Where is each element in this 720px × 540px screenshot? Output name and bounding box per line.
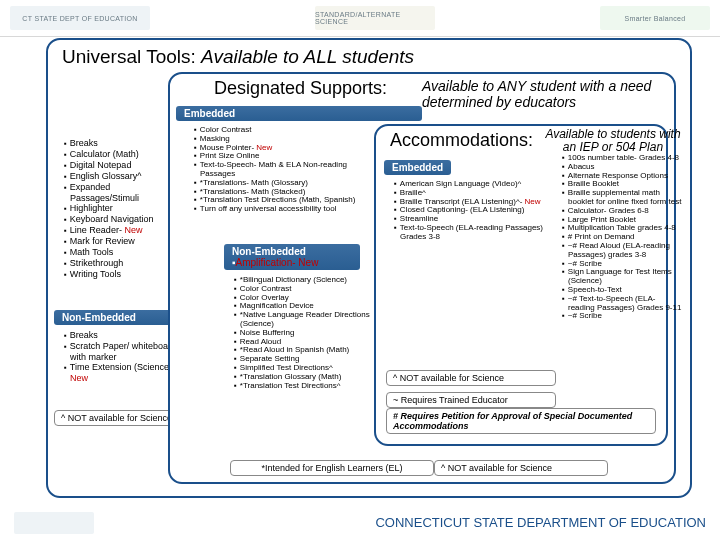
list-item: Keyboard Navigation: [64, 214, 176, 225]
accom-embedded-list: American Sign Language (Video)^Braille^B…: [384, 178, 546, 244]
list-item: ~# Scribe: [562, 312, 682, 321]
list-item: Calculator (Math): [64, 149, 176, 160]
list-item: Breaks: [64, 138, 176, 149]
list-item: English Glossary^: [64, 171, 176, 182]
list-item: ~# Text-to-Speech (ELA-reading Passages)…: [562, 295, 682, 313]
list-item: Breaks: [64, 330, 176, 341]
list-item: Text-to-Speech (ELA-reading Passages) Gr…: [394, 224, 546, 242]
list-item: Digital Notepad: [64, 160, 176, 171]
accom-title-em: Available to students with an IEP or 504…: [544, 128, 682, 153]
accom-embedded-header: Embedded: [384, 160, 451, 175]
designated-embedded-header: Embedded: [176, 106, 422, 121]
box-designated-supports: Designated Supports: Available to ANY st…: [168, 72, 676, 484]
designated-nonembedded-header: Non-Embedded ▪Amplification- New: [224, 244, 360, 270]
list-item: *Native Language Reader Directions (Scie…: [234, 311, 370, 329]
universal-embedded-list: BreaksCalculator (Math)Digital NotepadEn…: [54, 136, 176, 282]
list-item: Strikethrough: [64, 258, 176, 269]
accom-footnote-petition: # Requires Petition for Approval of Spec…: [386, 408, 656, 434]
accom-right-list: 100s number table- Grades 4-8AbacusAlter…: [552, 152, 682, 323]
list-item: Sign Language for Test Items (Science): [562, 268, 682, 286]
list-item: Line Reader- New: [64, 225, 176, 236]
list-item: Expanded Passages/Stimuli: [64, 182, 176, 203]
box-universal-tools: Universal Tools: Available to ALL studen…: [46, 38, 692, 498]
designated-title: Designated Supports:: [214, 78, 387, 99]
list-item: Mark for Review: [64, 236, 176, 247]
footer-org: CONNECTICUT STATE DEPARTMENT OF EDUCATIO…: [375, 516, 706, 530]
box-accommodations: Accommodations: Available to students wi…: [374, 124, 668, 446]
list-item: Text-to-Speech- Math & ELA Non-reading P…: [194, 161, 358, 179]
logo-strip: CT STATE DEPT OF EDUCATION STANDARD/ALTE…: [0, 0, 720, 37]
list-item: Braille supplemental math booklet for on…: [562, 189, 682, 207]
designated-footnote-el: *Intended for English Learners (EL): [230, 460, 434, 476]
designated-footnote-science: ^ NOT available for Science: [434, 460, 608, 476]
designated-embedded-list: Color ContrastMaskingMouse Pointer- NewP…: [184, 124, 358, 216]
list-item: ~# Read Aloud (ELA-reading Passages) gra…: [562, 242, 682, 260]
logo-science: STANDARD/ALTERNATE SCIENCE: [315, 6, 435, 30]
accom-title: Accommodations:: [390, 130, 533, 151]
universal-title-em: Available to ALL students: [201, 46, 414, 67]
footer-bar: CONNECTICUT STATE DEPARTMENT OF EDUCATIO…: [0, 506, 720, 540]
list-item: Scratch Paper/ whiteboard with marker: [64, 341, 176, 362]
universal-title-prefix: Universal Tools:: [62, 46, 196, 67]
list-item: Math Tools: [64, 247, 176, 258]
accom-footnote-science: ^ NOT available for Science: [386, 370, 556, 386]
universal-nonembedded-list: BreaksScratch Paper/ whiteboard with mar…: [54, 328, 176, 385]
designated-title-em: Available to ANY student with a need det…: [422, 78, 672, 110]
slide-body: Universal Tools: Available to ALL studen…: [46, 38, 692, 498]
universal-title: Universal Tools: Available to ALL studen…: [62, 46, 414, 68]
accom-footnote-trained: ~ Requires Trained Educator: [386, 392, 556, 408]
list-item: Highlighter: [64, 203, 176, 214]
designated-nonembedded-list: *Bilingual Dictionary (Science)Color Con…: [224, 274, 370, 392]
list-item: Turn off any universal accessibility too…: [194, 205, 358, 214]
list-item: Writing Tools: [64, 269, 176, 280]
logo-csde: CT STATE DEPT OF EDUCATION: [10, 6, 150, 30]
list-item: Time Extension (Science)- New: [64, 362, 176, 383]
list-item: *Translation Test Directions^: [234, 382, 370, 391]
footer-logo-icon: [14, 512, 94, 534]
designated-title-prefix: Designated Supports:: [214, 78, 387, 98]
logo-smarter-balanced: Smarter Balanced: [600, 6, 710, 30]
